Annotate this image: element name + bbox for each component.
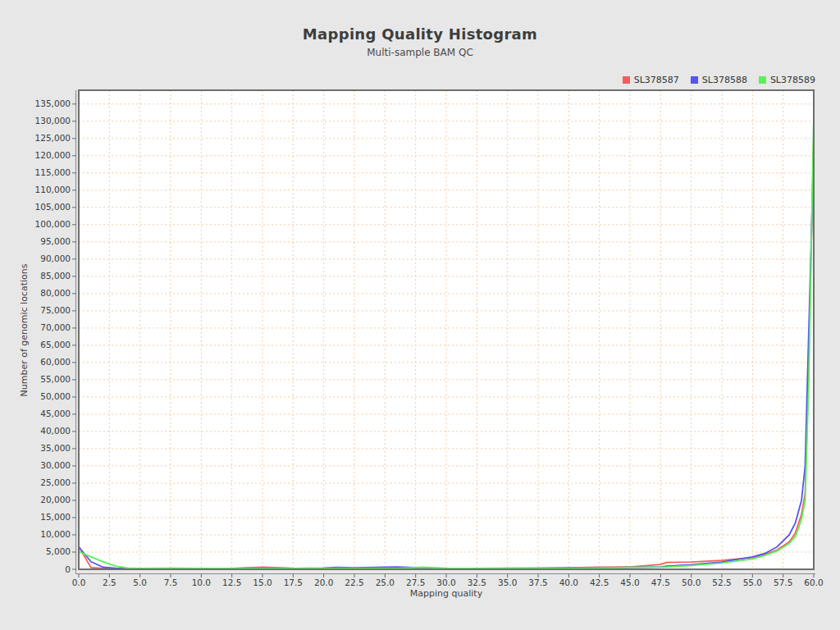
y-tick-label: 110,000 <box>35 185 71 194</box>
x-tick-label: 55.0 <box>743 578 762 587</box>
y-tick-label: 65,000 <box>40 340 71 349</box>
x-tick-label: 30.0 <box>436 578 455 587</box>
y-tick-label: 10,000 <box>40 529 71 539</box>
x-tick-label: 10.0 <box>192 578 211 587</box>
x-tick-label: 52.5 <box>712 578 731 587</box>
x-tick-label: 32.5 <box>468 578 486 587</box>
y-tick-label: 55,000 <box>40 374 71 384</box>
x-tick-label: 47.5 <box>651 578 670 587</box>
x-tick-label: 15.0 <box>253 578 272 587</box>
y-tick-label: 25,000 <box>40 477 71 487</box>
chart-page: Mapping Quality Histogram Multi-sample B… <box>0 0 840 630</box>
y-tick-label: 45,000 <box>40 409 71 418</box>
y-tick-label: 85,000 <box>40 271 71 281</box>
x-tick-label: 12.5 <box>222 578 241 587</box>
y-tick-label: 80,000 <box>40 288 71 298</box>
y-tick-label: 20,000 <box>40 495 71 504</box>
y-tick-label: 105,000 <box>35 202 71 212</box>
x-tick-label: 50.0 <box>682 578 701 587</box>
x-tick-label: 35.0 <box>498 578 517 587</box>
x-tick-label: 5.0 <box>133 578 147 587</box>
y-tick-label: 120,000 <box>35 150 71 160</box>
x-tick-label: 42.5 <box>590 578 609 587</box>
x-tick-label: 17.5 <box>284 578 303 587</box>
x-axis-title: Mapping quality <box>79 588 814 599</box>
x-tick-label: 7.5 <box>164 578 178 587</box>
x-tick-label: 2.5 <box>103 578 116 587</box>
y-tick-label: 130,000 <box>35 116 71 126</box>
y-tick-label: 100,000 <box>35 219 71 229</box>
y-tick-label: 95,000 <box>40 236 71 246</box>
y-tick-label: 90,000 <box>40 253 71 263</box>
y-tick-label: 75,000 <box>40 305 71 315</box>
y-tick-label: 115,000 <box>35 167 71 177</box>
plot-area: 05,00010,00015,00020,00025,00030,00035,0… <box>0 0 840 630</box>
y-tick-label: 50,000 <box>40 391 71 401</box>
x-tick-label: 57.5 <box>774 578 792 587</box>
y-tick-label: 35,000 <box>40 443 71 453</box>
x-tick-label: 60.0 <box>804 578 823 587</box>
y-tick-label: 15,000 <box>40 512 71 522</box>
y-tick-label: 0 <box>65 564 71 574</box>
y-tick-label: 135,000 <box>35 98 71 108</box>
x-tick-label: 25.0 <box>376 578 395 587</box>
y-tick-label: 125,000 <box>35 133 71 143</box>
y-tick-label: 60,000 <box>40 357 71 367</box>
x-tick-label: 45.0 <box>620 578 639 587</box>
y-tick-label: 40,000 <box>40 426 71 436</box>
x-tick-label: 40.0 <box>559 578 578 587</box>
x-tick-label: 22.5 <box>345 578 363 587</box>
x-tick-label: 27.5 <box>406 578 425 587</box>
y-tick-label: 30,000 <box>40 460 71 470</box>
x-tick-label: 37.5 <box>528 578 547 587</box>
y-tick-label: 70,000 <box>40 322 71 332</box>
x-tick-label: 0.0 <box>72 578 86 587</box>
y-tick-label: 5,000 <box>46 546 71 556</box>
x-tick-label: 20.0 <box>314 578 333 587</box>
